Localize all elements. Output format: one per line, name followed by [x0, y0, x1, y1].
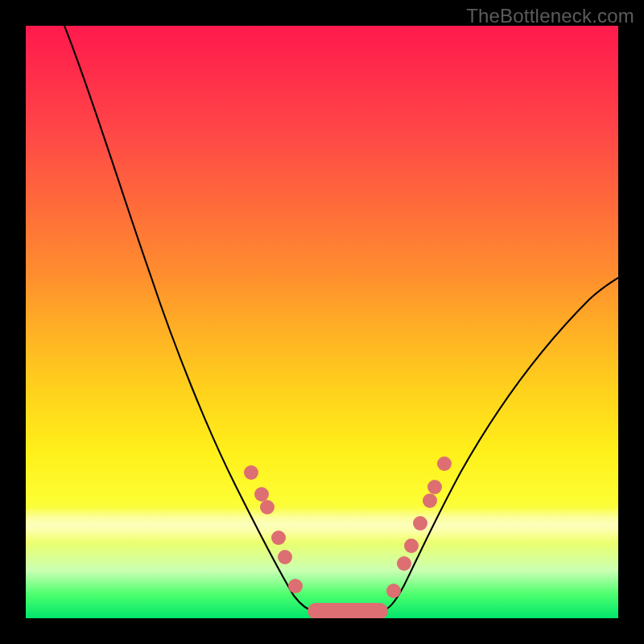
marker-dot: [404, 539, 419, 553]
marker-dot: [271, 530, 286, 545]
marker-dot: [413, 516, 427, 530]
marker-dot: [260, 500, 275, 514]
marker-dot: [244, 465, 258, 480]
marker-dot: [423, 493, 437, 508]
marker-dot: [288, 579, 303, 593]
left-marker-group: [244, 465, 303, 593]
right-marker-group: [386, 456, 452, 598]
marker-dot: [437, 456, 452, 471]
watermark-text: TheBottleneck.com: [466, 5, 634, 27]
chart-svg: [26, 26, 618, 618]
marker-dot: [278, 550, 292, 564]
plot-area: [26, 26, 618, 618]
optimum-capsule: [308, 603, 388, 618]
marker-dot: [427, 480, 442, 494]
marker-dot: [386, 584, 401, 598]
bottleneck-curve: [64, 26, 618, 613]
marker-dot: [397, 556, 411, 571]
chart-frame: TheBottleneck.com: [0, 0, 644, 644]
marker-dot: [254, 487, 269, 502]
